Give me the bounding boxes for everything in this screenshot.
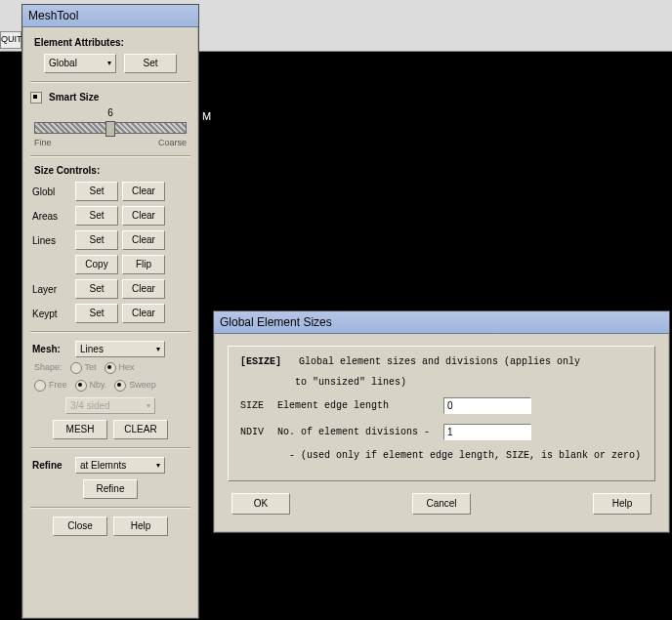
lines-copy-button[interactable]: Copy [75,255,118,274]
ges-titlebar[interactable]: Global Element Sizes [214,311,669,334]
free-radio[interactable] [34,380,46,392]
shape-label: Shape: [34,362,63,374]
refine-dropdown-label: at Elemnts [80,460,126,471]
lines-set-button[interactable]: Set [75,230,118,250]
free-label: Free [49,380,67,390]
mapped-radio[interactable] [75,380,87,392]
shape-tet-radio[interactable] [70,362,82,374]
divider [30,81,190,83]
smart-size-slider[interactable] [34,122,187,134]
sided-dropdown[interactable]: 3/4 sided ▾ [65,397,155,414]
quit-button[interactable]: QUIT [0,31,21,49]
areas-label: Areas [30,211,71,222]
lines-clear-button[interactable]: Clear [122,230,165,250]
size-input[interactable] [443,397,531,414]
size-desc: Element edge length [277,400,443,411]
refine-button[interactable]: Refine [83,479,138,499]
meshtool-titlebar[interactable]: MeshTool [22,5,198,27]
ea-dropdown-label: Global [49,57,77,70]
divider [30,447,190,449]
close-button[interactable]: Close [53,517,107,536]
mapped-label: Nby. [90,380,107,390]
divider [30,155,190,157]
element-attributes-dropdown[interactable]: Global ▾ [44,54,116,73]
chevron-down-icon: ▾ [107,57,111,70]
slider-fine-label: Fine [34,138,52,147]
shape-hex-radio[interactable] [105,362,116,374]
globl-label: Globl [30,186,71,197]
mesh-label: Mesh: [30,344,71,354]
smart-size-label: Smart Size [49,92,99,103]
esize-desc2: to "unsized" lines) [295,377,406,388]
layer-set-button[interactable]: Set [75,279,118,299]
refine-at-dropdown[interactable]: at Elemnts ▾ [75,457,165,474]
ges-title: Global Element Sizes [220,315,663,329]
sided-dropdown-label: 3/4 sided [70,400,110,411]
size-controls-label: Size Controls: [34,165,190,176]
sweep-radio[interactable] [114,380,126,392]
divider [30,331,190,333]
esize-desc: Global element sizes and divisions (appl… [299,356,580,367]
ok-button[interactable]: OK [231,493,290,515]
esize-tag: [ESIZE] [240,356,281,367]
globl-clear-button[interactable]: Clear [122,182,165,201]
smart-size-checkbox[interactable] [30,92,42,103]
sweep-label: Sweep [129,380,156,390]
lines-flip-button[interactable]: Flip [122,255,165,274]
mesh-dropdown-label: Lines [80,344,104,354]
size-label: SIZE [240,400,277,411]
stray-text: M [202,110,211,122]
ndiv-desc: No. of element divisions - [277,427,443,437]
lines-label: Lines [30,235,71,246]
element-attributes-label: Element Attributes: [34,37,190,48]
slider-coarse-label: Coarse [158,138,187,147]
shape-hex-label: Hex [119,362,135,372]
layer-label: Layer [30,284,71,295]
shape-tet-label: Tet [85,362,97,372]
ndiv-label: NDIV [240,427,277,437]
chevron-down-icon: ▾ [147,401,150,410]
chevron-down-icon: ▾ [156,461,160,470]
smart-size-value: 6 [30,107,190,118]
chevron-down-icon: ▾ [156,345,160,353]
keypt-label: Keypt [30,309,71,319]
ges-fieldset: [ESIZE] Global element sizes and divisio… [228,346,655,481]
slider-thumb[interactable] [105,121,115,137]
refine-label: Refine [30,460,71,471]
mesh-button[interactable]: MESH [53,420,107,439]
ges-note: - (used only if element edge length, SIZ… [289,450,641,461]
keypt-clear-button[interactable]: Clear [122,304,165,323]
clear-mesh-button[interactable]: CLEAR [113,420,168,439]
meshtool-title: MeshTool [28,9,192,22]
layer-clear-button[interactable]: Clear [122,279,165,299]
globl-set-button[interactable]: Set [75,182,118,201]
ea-set-button[interactable]: Set [124,54,177,73]
keypt-set-button[interactable]: Set [75,304,118,323]
divider [30,507,190,509]
ndiv-input[interactable] [443,424,531,440]
areas-clear-button[interactable]: Clear [122,206,165,226]
global-element-sizes-dialog: Global Element Sizes [ESIZE] Global elem… [213,310,670,533]
cancel-button[interactable]: Cancel [412,493,471,515]
help-button[interactable]: Help [113,517,168,536]
mesh-type-dropdown[interactable]: Lines ▾ [75,341,165,357]
areas-set-button[interactable]: Set [75,206,118,226]
ges-help-button[interactable]: Help [593,493,651,515]
meshtool-window: MeshTool Element Attributes: Global ▾ Se… [21,4,199,619]
